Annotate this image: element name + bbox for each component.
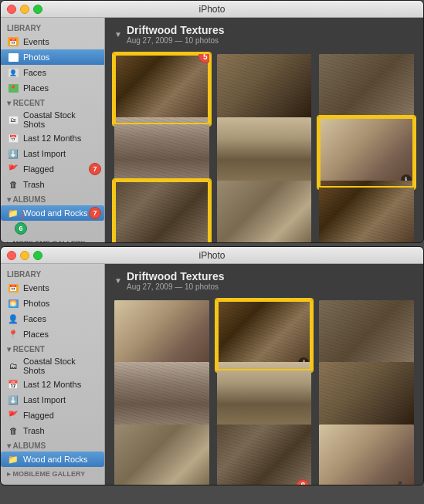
album-date-2: Aug 27, 2009 — 10 photos bbox=[127, 282, 225, 291]
sidebar-item-faces-1[interactable]: 👤 Faces bbox=[1, 65, 104, 80]
sidebar-item-lastimport-2[interactable]: ⬇️ Last Import bbox=[1, 392, 104, 408]
flagged-badge-1: 7 bbox=[89, 163, 101, 175]
photo-thumb-3[interactable] bbox=[317, 52, 416, 126]
photo-image-q7 bbox=[114, 425, 209, 485]
sidebar-item-last12-2[interactable]: 📅 Last 12 Months bbox=[1, 377, 104, 392]
album-header-2: ▼ Driftwood Textures Aug 27, 2009 — 10 p… bbox=[105, 264, 423, 294]
iphoto-window-2: iPhoto LIBRARY 📅 Events 🌅 Photos 👤 Faces bbox=[0, 246, 424, 485]
places-label-2: Places bbox=[23, 330, 49, 339]
photo-thumb-q9[interactable]: ↗ bbox=[317, 423, 416, 485]
photos-icon-1: 🌅 bbox=[7, 51, 19, 63]
faces-icon-1: 👤 bbox=[7, 66, 19, 79]
photo-grid-2: ℹ bbox=[105, 294, 423, 485]
calendar-icon-1: 📅 bbox=[7, 132, 19, 144]
photo-thumb-1[interactable]: 5 bbox=[113, 52, 211, 126]
last12-label-1: Last 12 Months bbox=[23, 134, 81, 143]
sidebar-item-woodrocks-2[interactable]: 📁 Wood and Rocks bbox=[1, 452, 104, 467]
faces-label-2: Faces bbox=[23, 314, 46, 323]
library-header-1: LIBRARY bbox=[1, 21, 104, 34]
close-button-2[interactable] bbox=[7, 251, 16, 260]
library-header-2: LIBRARY bbox=[1, 267, 104, 280]
events-icon-2: 📅 bbox=[7, 282, 19, 294]
photo-thumb-q8[interactable]: 8 bbox=[215, 423, 314, 485]
import-icon-1: ⬇️ bbox=[7, 147, 19, 160]
mobileme-header-2: ▸ MOBILEME GALLERY bbox=[1, 467, 104, 479]
photo-thumb-8[interactable] bbox=[215, 179, 314, 242]
lastimport-label-2: Last Import bbox=[23, 395, 66, 404]
album-name-1: Driftwood Textures bbox=[127, 24, 225, 36]
titlebar-1: iPhoto bbox=[1, 1, 423, 18]
recent-header-2: ▾ RECENT bbox=[1, 342, 104, 355]
sidebar-item-coastal-2[interactable]: 🗂 Coastal Stock Shots bbox=[1, 355, 104, 377]
events-label-1: Events bbox=[23, 37, 49, 46]
minimize-button-2[interactable] bbox=[20, 251, 29, 260]
sidebar-item-events-2[interactable]: 📅 Events bbox=[1, 280, 104, 296]
sidebar-item-photos-2[interactable]: 🌅 Photos bbox=[1, 296, 104, 311]
faces-label-1: Faces bbox=[23, 68, 46, 77]
events-label-2: Events bbox=[23, 283, 49, 293]
album-header-1: ▼ Driftwood Textures Aug 27, 2009 — 10 p… bbox=[105, 18, 423, 48]
album-icon-2: 📁 bbox=[7, 453, 19, 465]
wood-grain-1 bbox=[114, 54, 209, 124]
photo-image-3 bbox=[319, 54, 414, 124]
wood-grain-q8 bbox=[217, 425, 312, 485]
photo-image-q9 bbox=[319, 425, 414, 485]
arrow-up-1: ↑ bbox=[19, 207, 26, 223]
fullscreen-button-1[interactable] bbox=[33, 5, 42, 14]
photo-thumb-9[interactable] bbox=[317, 179, 416, 242]
sidebar-item-trash-2[interactable]: 🗑 Trash bbox=[1, 423, 104, 438]
photo-image-6 bbox=[319, 117, 414, 188]
wood-grain-3 bbox=[319, 54, 414, 124]
sidebar-item-last12-1[interactable]: 📅 Last 12 Months bbox=[1, 130, 104, 146]
window-title-1: iPhoto bbox=[198, 4, 225, 15]
close-button-1[interactable] bbox=[7, 5, 16, 14]
photo-thumb-4[interactable] bbox=[113, 116, 211, 189]
woodrocks-badge-1: 7 bbox=[89, 207, 101, 219]
sidebar-item-photos-1[interactable]: 🌅 Photos bbox=[1, 49, 104, 65]
flagged-label-2: Flagged bbox=[23, 411, 54, 420]
photo-image-q4 bbox=[114, 362, 209, 432]
green-badge-6: 6 bbox=[15, 222, 27, 235]
wood-grain-q6 bbox=[319, 362, 414, 432]
photo-image-1 bbox=[114, 54, 209, 124]
wood-grain-2 bbox=[217, 54, 312, 124]
flag-icon-2: 🚩 bbox=[7, 409, 19, 421]
photo-thumb-q7[interactable] bbox=[113, 423, 211, 485]
coastal-icon-2: 🗂 bbox=[7, 360, 19, 372]
sidebar-item-coastal-1[interactable]: 🗂 Coastal Stock Shots bbox=[1, 109, 104, 130]
wood-grain-q3 bbox=[319, 300, 414, 370]
fullscreen-button-2[interactable] bbox=[33, 251, 42, 260]
minimize-button-1[interactable] bbox=[20, 5, 29, 14]
photo-thumb-2[interactable] bbox=[215, 52, 314, 126]
photo-image-4 bbox=[114, 117, 209, 188]
photo-image-q5 bbox=[217, 362, 312, 432]
places-icon-1: 📍 bbox=[7, 82, 19, 94]
photo-image-5 bbox=[217, 117, 312, 188]
cursor-arrow: ↗ bbox=[394, 478, 403, 485]
sidebar-item-flagged-2[interactable]: 🚩 Flagged bbox=[1, 408, 104, 423]
photo-thumb-7[interactable] bbox=[113, 179, 211, 242]
photo-thumb-5[interactable] bbox=[215, 116, 314, 189]
photo-image-q1 bbox=[114, 300, 209, 370]
sidebar-item-woodrocks-1[interactable]: 📁 Wood and Rocks 7 bbox=[1, 205, 104, 221]
album-name-2: Driftwood Textures bbox=[127, 270, 225, 282]
flag-icon-1: 🚩 bbox=[7, 163, 19, 175]
sidebar-item-flagged-1[interactable]: 🚩 Flagged 7 bbox=[1, 161, 104, 177]
photo-grid-1: 5 bbox=[105, 48, 423, 242]
sidebar-item-trash-1[interactable]: 🗑 Trash bbox=[1, 177, 104, 192]
sidebar-item-places-1[interactable]: 📍 Places bbox=[1, 80, 104, 96]
photos-icon-2: 🌅 bbox=[7, 297, 19, 310]
albums-header-2: ▾ ALBUMS bbox=[1, 438, 104, 452]
sidebar-item-events-1[interactable]: 📅 Events bbox=[1, 34, 104, 49]
faces-icon-2: 👤 bbox=[7, 313, 19, 325]
photo-thumb-6[interactable]: ℹ bbox=[317, 116, 416, 189]
recent-header-1: ▾ RECENT bbox=[1, 96, 104, 109]
sidebar-item-faces-2[interactable]: 👤 Faces bbox=[1, 311, 104, 326]
sidebar-item-lastimport-1[interactable]: ⬇️ Last Import bbox=[1, 146, 104, 161]
places-icon-2: 📍 bbox=[7, 328, 19, 340]
titlebar-2: iPhoto bbox=[1, 247, 423, 264]
photo-image-q6 bbox=[319, 362, 414, 432]
album-info-1: Driftwood Textures Aug 27, 2009 — 10 pho… bbox=[127, 24, 225, 45]
sidebar-item-places-2[interactable]: 📍 Places bbox=[1, 326, 104, 342]
trash-label-1: Trash bbox=[23, 180, 45, 189]
